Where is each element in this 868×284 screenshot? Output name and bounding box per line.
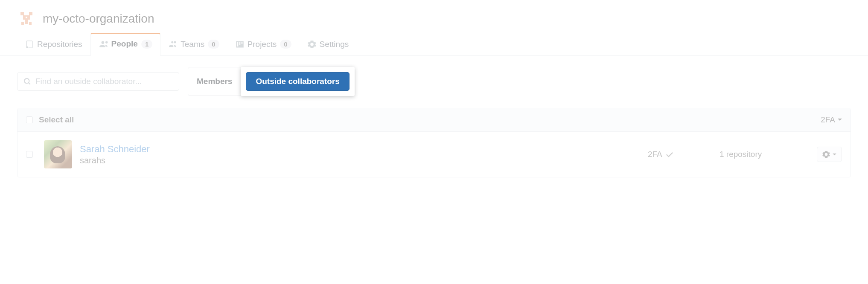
list-item: Sarah Schneider sarahs 2FA 1 repository [17, 132, 851, 177]
tab-count: 1 [141, 40, 152, 49]
row-checkbox[interactable] [26, 151, 33, 158]
check-icon [666, 151, 673, 157]
search-icon [23, 78, 31, 85]
team-icon [169, 40, 177, 49]
svg-rect-5 [29, 22, 32, 25]
tab-projects[interactable]: Projects 0 [227, 33, 300, 56]
svg-rect-1 [29, 12, 32, 15]
user-name-link[interactable]: Sarah Schneider [80, 144, 640, 155]
avatar[interactable] [44, 140, 72, 168]
status-2fa: 2FA [648, 150, 712, 159]
tab-label: People [111, 39, 138, 49]
repo-icon [25, 40, 34, 49]
org-header: my-octo-organization [0, 0, 868, 32]
tab-count: 0 [280, 40, 291, 49]
select-all-checkbox[interactable] [26, 116, 33, 123]
people-type-toggle: Members Outside collaborators [188, 67, 355, 96]
svg-rect-0 [20, 12, 24, 15]
tab-teams[interactable]: Teams 0 [160, 33, 227, 56]
tab-people[interactable]: People 1 [90, 33, 161, 56]
tab-label: Projects [248, 40, 277, 49]
org-tabs: Repositories People 1 Teams 0 Projects 0 [0, 32, 868, 56]
tab-label: Teams [181, 40, 204, 49]
caret-down-icon [833, 153, 836, 156]
filter-2fa-dropdown[interactable]: 2FA [821, 115, 842, 125]
outside-collaborators-highlight: Outside collaborators [241, 67, 354, 96]
repo-count: 1 repository [719, 150, 809, 159]
svg-rect-4 [21, 22, 24, 25]
project-icon [236, 40, 244, 49]
collaborators-list: Select all 2FA Sarah Schneider sarahs 2F… [17, 108, 851, 177]
caret-down-icon [838, 118, 842, 122]
user-login: sarahs [80, 156, 640, 165]
tab-count: 0 [208, 40, 219, 49]
search-input[interactable] [35, 77, 173, 86]
svg-rect-3 [25, 20, 28, 24]
svg-rect-6 [26, 17, 27, 18]
gear-icon [822, 151, 830, 158]
search-input-wrap[interactable] [17, 72, 179, 91]
tab-label: Settings [320, 40, 349, 49]
members-button[interactable]: Members [188, 67, 241, 96]
outside-collaborators-button[interactable]: Outside collaborators [246, 72, 349, 91]
tab-label: Repositories [37, 40, 82, 49]
people-subbar: Members Outside collaborators [0, 56, 868, 100]
filter-2fa-label: 2FA [821, 115, 835, 125]
tab-settings[interactable]: Settings [300, 33, 357, 56]
gear-icon [308, 40, 316, 49]
org-avatar-icon [17, 9, 36, 28]
tab-repositories[interactable]: Repositories [17, 33, 90, 56]
org-name[interactable]: my-octo-organization [43, 12, 154, 26]
people-icon [99, 40, 108, 48]
row-settings-button[interactable] [817, 147, 842, 162]
select-all-label: Select all [39, 115, 74, 125]
list-header: Select all 2FA [17, 108, 851, 132]
